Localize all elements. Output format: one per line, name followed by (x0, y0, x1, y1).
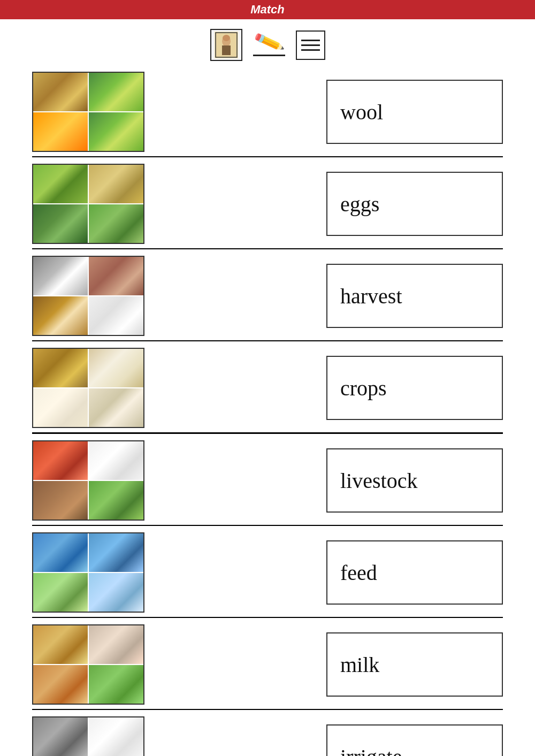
img-person (89, 257, 143, 295)
img-horse (33, 481, 88, 520)
img-cow (33, 625, 88, 664)
img-veggies2 (89, 112, 143, 151)
img-eggswhite2 (33, 388, 88, 427)
pencil-with-line: ✏️ (253, 29, 285, 60)
img-hay (33, 73, 88, 111)
svg-rect-4 (222, 45, 231, 55)
word-box-4: crops (326, 356, 503, 420)
lines-icon (296, 30, 325, 60)
img-field3 (89, 665, 143, 704)
img-sheepshear (33, 257, 88, 295)
word-label-6: feed (340, 560, 377, 585)
word-box-5: livestock (326, 448, 503, 513)
image-cell-6 (32, 532, 144, 613)
page-title: Match (250, 3, 285, 17)
img-wheat (89, 165, 143, 203)
img-orange (33, 112, 88, 151)
match-row: crops (32, 348, 503, 434)
img-chickens (33, 665, 88, 704)
img-milkpour (89, 717, 143, 756)
word-label-4: crops (340, 376, 387, 401)
match-row: eggs (32, 164, 503, 249)
img-eggswhite1 (89, 349, 143, 387)
img-white (89, 296, 143, 335)
svg-point-3 (223, 35, 230, 41)
img-veggies (89, 73, 143, 111)
img-rice (33, 573, 88, 612)
word-box-7: milk (326, 632, 503, 697)
word-box-6: feed (326, 540, 503, 605)
word-label-8: irrigate (340, 744, 402, 757)
img-greenpath (89, 204, 143, 243)
img-vineyard (33, 204, 88, 243)
image-cell-2 (32, 164, 144, 244)
image-cell-3 (32, 256, 144, 336)
image-cell-7 (32, 624, 144, 705)
match-row: wool (32, 72, 503, 157)
word-box-1: wool (326, 80, 503, 144)
word-label-3: harvest (340, 284, 402, 309)
line1 (301, 40, 320, 41)
word-label-5: livestock (340, 468, 417, 493)
img-irrigate1 (33, 533, 88, 572)
img-chicken (33, 441, 88, 480)
match-row: feed (32, 532, 503, 618)
main-content: wool eggs harvest (0, 66, 535, 756)
header-bar: Match (0, 0, 535, 19)
img-sky (89, 573, 143, 612)
img-irrigate2 (89, 533, 143, 572)
pencil-icon: ✏️ (252, 26, 286, 58)
word-label-1: wool (340, 100, 383, 125)
top-icons-row: ✏️ (0, 19, 535, 66)
image-cell-4 (32, 348, 144, 428)
image-cell-1 (32, 72, 144, 152)
img-sheep (89, 625, 143, 664)
match-row: livestock (32, 440, 503, 526)
match-row: milk (32, 624, 503, 710)
img-milking (33, 717, 88, 756)
word-box-3: harvest (326, 264, 503, 328)
word-label-7: milk (340, 652, 379, 677)
img-cornfield (33, 165, 88, 203)
word-box-8: irrigate (326, 724, 503, 756)
match-row: irrigate (32, 716, 503, 756)
image-icon (210, 29, 242, 61)
img-eggscluster (89, 388, 143, 427)
img-field2 (89, 481, 143, 520)
img-haybale (33, 349, 88, 387)
word-label-2: eggs (340, 192, 379, 217)
match-row: harvest (32, 256, 503, 341)
word-box-2: eggs (326, 172, 503, 236)
line2 (301, 44, 320, 46)
image-cell-8 (32, 716, 144, 756)
image-cell-5 (32, 440, 144, 521)
img-eggsnest (33, 296, 88, 335)
img-whitechicken (89, 441, 143, 480)
line3 (301, 49, 320, 51)
